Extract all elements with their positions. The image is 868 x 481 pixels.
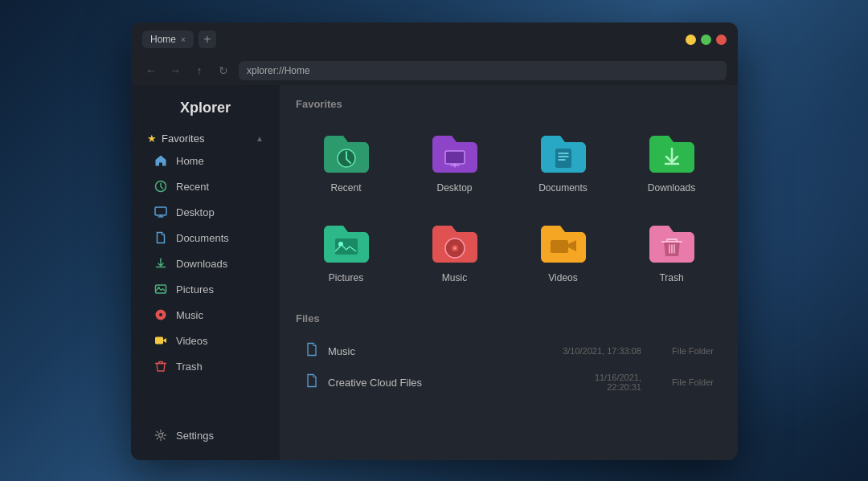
favorites-label: Favorites <box>162 132 204 145</box>
desktop-folder-icon <box>429 131 481 176</box>
grid-item-desktop[interactable]: Desktop <box>404 121 505 203</box>
trash-folder-icon <box>646 221 698 266</box>
sidebar-spacer <box>131 379 280 422</box>
recent-label: Recent <box>330 182 361 194</box>
music-folder-icon <box>429 221 481 266</box>
sidebar-item-trash[interactable]: Trash <box>137 354 273 378</box>
close-button[interactable] <box>716 35 727 45</box>
svg-point-18 <box>453 247 456 250</box>
sidebar-item-recent-label: Recent <box>176 181 209 193</box>
sidebar-item-desktop[interactable]: Desktop <box>137 200 273 224</box>
main-layout: Xplorer ★ Favorites ▲ Home <box>131 85 738 460</box>
documents-folder-icon <box>538 131 589 176</box>
grid-item-music[interactable]: Music <box>404 211 505 293</box>
videos-folder-icon <box>538 221 589 266</box>
star-icon: ★ <box>147 132 157 145</box>
recent-folder-icon <box>321 131 372 176</box>
pictures-icon <box>154 282 168 296</box>
sidebar-item-downloads-label: Downloads <box>176 258 227 270</box>
address-bar[interactable]: xplorer://Home <box>239 61 727 80</box>
settings-item[interactable]: Settings <box>137 422 273 449</box>
svg-rect-6 <box>155 337 163 344</box>
pictures-folder-icon <box>321 221 372 266</box>
sidebar-item-pictures[interactable]: Pictures <box>137 277 273 301</box>
documents-icon <box>154 230 168 245</box>
music-label: Music <box>442 272 467 283</box>
app-title: Xplorer <box>131 93 280 129</box>
videos-icon <box>154 333 168 348</box>
favorites-grid: Recent Desktop <box>296 121 722 293</box>
titlebar: Home × + <box>131 22 738 56</box>
grid-item-videos[interactable]: Videos <box>513 211 613 293</box>
music-icon <box>154 308 168 322</box>
file-name-music: Music <box>328 345 553 357</box>
grid-item-documents[interactable]: Documents <box>513 121 613 203</box>
up-button[interactable]: ↑ <box>190 62 208 79</box>
maximize-button[interactable] <box>701 35 711 45</box>
documents-label: Documents <box>538 182 588 194</box>
svg-rect-1 <box>155 207 166 215</box>
desktop-label: Desktop <box>436 182 472 194</box>
sidebar-item-recent[interactable]: Recent <box>137 174 273 198</box>
favorites-section-title: Favorites <box>296 98 722 110</box>
trash-icon <box>154 359 168 373</box>
grid-item-pictures[interactable]: Pictures <box>296 211 396 293</box>
svg-point-5 <box>159 313 162 316</box>
new-tab-button[interactable]: + <box>199 31 216 48</box>
sidebar-item-desktop-label: Desktop <box>176 206 215 218</box>
files-section: Files Music 3/10/2021, 17:33:08 File Fol… <box>296 312 722 398</box>
sidebar-item-downloads[interactable]: Downloads <box>137 251 273 275</box>
file-row-music[interactable]: Music 3/10/2021, 17:33:08 File Folder <box>296 336 722 366</box>
sidebar-item-pictures-label: Pictures <box>176 283 214 296</box>
downloads-icon <box>154 256 168 271</box>
svg-rect-13 <box>335 238 358 255</box>
tab-label: Home <box>150 34 176 45</box>
content-area: Favorites Recent <box>280 85 738 460</box>
window-controls <box>686 35 727 45</box>
file-name-creative-cloud: Creative Cloud Files <box>328 377 553 389</box>
sidebar-item-documents[interactable]: Documents <box>137 226 273 250</box>
sidebar: Xplorer ★ Favorites ▲ Home <box>131 85 280 460</box>
svg-rect-10 <box>445 151 465 164</box>
sidebar-item-home-label: Home <box>176 155 204 167</box>
desktop-icon <box>154 205 168 219</box>
app-window: Home × + ← → ↑ ↻ xplorer://Home Xplorer … <box>131 22 738 460</box>
sidebar-item-music[interactable]: Music <box>137 303 273 327</box>
file-icon-creative-cloud <box>304 373 320 391</box>
sidebar-item-videos-label: Videos <box>176 335 208 347</box>
grid-item-downloads[interactable]: Downloads <box>621 121 722 203</box>
file-date-creative-cloud: 11/16/2021, 22:20:31 <box>561 373 641 392</box>
tab-close-button[interactable]: × <box>181 35 186 44</box>
file-type-creative-cloud: File Folder <box>649 377 714 387</box>
grid-item-trash[interactable]: Trash <box>621 211 722 293</box>
settings-label: Settings <box>176 430 214 442</box>
grid-item-recent[interactable]: Recent <box>296 121 396 203</box>
downloads-folder-icon <box>646 131 698 176</box>
svg-rect-12 <box>555 149 571 168</box>
svg-rect-19 <box>551 240 568 253</box>
sidebar-item-music-label: Music <box>176 309 203 321</box>
file-date-music: 3/10/2021, 17:33:08 <box>561 346 641 356</box>
tab-bar: Home × + <box>142 31 678 48</box>
sidebar-item-videos[interactable]: Videos <box>137 328 273 353</box>
back-button[interactable]: ← <box>142 62 160 79</box>
downloads-label: Downloads <box>648 182 695 194</box>
file-type-music: File Folder <box>649 346 714 356</box>
sidebar-item-documents-label: Documents <box>176 232 229 244</box>
refresh-button[interactable]: ↻ <box>215 62 232 79</box>
minimize-button[interactable] <box>686 35 696 45</box>
trash-label: Trash <box>659 272 683 283</box>
pictures-label: Pictures <box>329 272 363 283</box>
forward-button[interactable]: → <box>166 62 184 79</box>
file-icon-music <box>304 342 320 360</box>
home-icon <box>154 153 168 168</box>
settings-icon <box>154 428 168 442</box>
navbar: ← → ↑ ↻ xplorer://Home <box>131 56 738 85</box>
sidebar-item-trash-label: Trash <box>176 361 203 373</box>
tab-home[interactable]: Home × <box>142 31 194 48</box>
file-row-creative-cloud[interactable]: Creative Cloud Files 11/16/2021, 22:20:3… <box>296 366 722 398</box>
sidebar-item-home[interactable]: Home <box>137 149 273 173</box>
videos-label: Videos <box>548 272 577 283</box>
favorites-section-header: ★ Favorites ▲ <box>131 129 280 148</box>
files-section-title: Files <box>296 312 722 324</box>
